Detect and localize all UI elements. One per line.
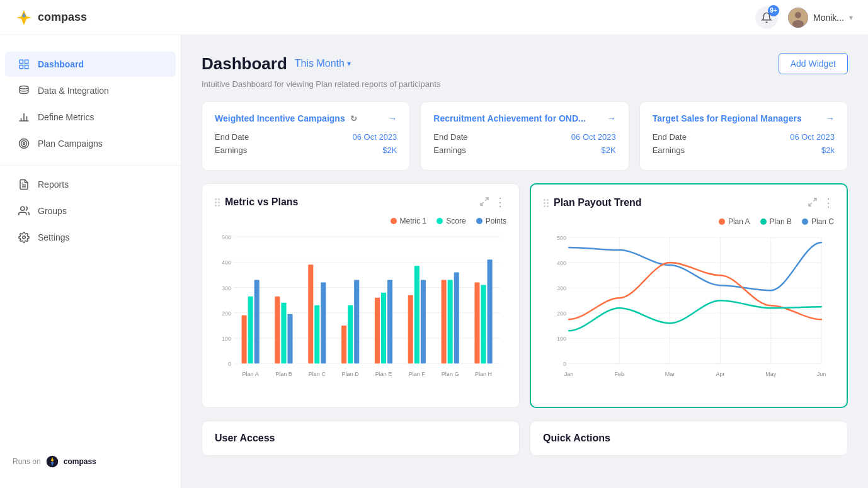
svg-text:Jan: Jan [564, 371, 574, 377]
campaign-end-date-2: End Date 06 Oct 2023 [653, 132, 835, 142]
campaign-card-1: Recruitment Achievement for OND... → End… [420, 101, 629, 171]
campaign-card-2: Target Sales for Regional Managers → End… [639, 101, 848, 171]
svg-text:0: 0 [563, 361, 566, 367]
svg-rect-42 [288, 314, 293, 364]
plan-payout-trend-header: Plan Payout Trend ⋮ [544, 196, 834, 210]
svg-rect-5 [20, 60, 23, 63]
user-access-title: User Access [215, 433, 506, 444]
sidebar-item-label: Plan Campaigns [38, 139, 103, 149]
sidebar-item-label: Data & Integration [38, 86, 109, 96]
compass-footer-icon [46, 455, 59, 468]
svg-text:Plan G: Plan G [442, 371, 459, 377]
line-chart: 5004003002001000JanFebMarAprMayJun [544, 231, 834, 395]
page-title: Dashboard [202, 54, 287, 74]
sidebar-item-dashboard[interactable]: Dashboard [5, 52, 176, 77]
campaign-card-0: Weighted Incentive Campaigns ↻ → End Dat… [202, 101, 410, 171]
svg-rect-37 [248, 297, 253, 364]
svg-text:100: 100 [222, 336, 231, 342]
svg-text:Mar: Mar [665, 371, 675, 377]
arrow-icon[interactable]: → [388, 113, 397, 123]
sidebar-item-label: Define Metrics [38, 112, 94, 122]
file-icon [18, 178, 30, 191]
svg-point-4 [792, 20, 804, 28]
more-icon[interactable]: ⋮ [823, 196, 834, 210]
sidebar-item-reports[interactable]: Reports [5, 172, 176, 197]
svg-text:Plan A: Plan A [243, 371, 260, 377]
user-menu-button[interactable]: Monik... ▾ [788, 8, 853, 28]
plan-payout-trend-actions: ⋮ [808, 196, 834, 210]
add-widget-button[interactable]: Add Widget [779, 53, 848, 74]
svg-text:100: 100 [557, 336, 566, 342]
svg-text:Plan B: Plan B [275, 371, 292, 377]
legend-plan-c: Plan C [802, 217, 834, 226]
svg-point-16 [23, 143, 25, 145]
svg-text:Plan D: Plan D [342, 371, 360, 377]
svg-rect-6 [25, 60, 28, 63]
chevron-down-icon: ▾ [347, 59, 351, 68]
avatar [788, 8, 808, 28]
expand-icon[interactable] [479, 196, 489, 208]
svg-text:Jun: Jun [817, 371, 826, 377]
metric-vs-plans-actions: ⋮ [479, 195, 506, 209]
drag-handle-icon [215, 198, 220, 207]
sidebar-item-label: Settings [38, 232, 70, 242]
metric-vs-plans-card: Metric vs Plans ⋮ Metric 1 [202, 183, 520, 408]
month-filter[interactable]: This Month ▾ [295, 58, 351, 69]
svg-rect-7 [20, 65, 23, 69]
notifications-button[interactable]: 9+ [755, 6, 778, 29]
svg-text:Plan H: Plan H [475, 371, 492, 377]
grid-icon [18, 58, 30, 71]
dashboard-title-row: Dashboard This Month ▾ [202, 54, 351, 74]
legend-metric1: Metric 1 [391, 217, 427, 225]
svg-text:400: 400 [222, 259, 231, 266]
app-body: Dashboard Data & Integration [0, 35, 868, 488]
svg-rect-58 [421, 280, 426, 364]
sidebar-item-groups[interactable]: Groups [5, 198, 176, 224]
svg-text:Plan E: Plan E [375, 371, 392, 377]
sidebar-item-settings[interactable]: Settings [5, 225, 176, 250]
svg-rect-36 [242, 315, 247, 363]
refresh-icon[interactable]: ↻ [350, 114, 357, 123]
sidebar-item-label: Reports [38, 179, 69, 190]
arrow-icon[interactable]: → [826, 113, 835, 123]
more-icon[interactable]: ⋮ [494, 195, 506, 209]
drag-handle-icon [544, 199, 549, 207]
svg-rect-66 [488, 259, 493, 363]
svg-point-19 [21, 207, 25, 210]
legend-dot-plan-c [802, 218, 808, 225]
user-name: Monik... [813, 13, 844, 23]
campaign-earnings-2: Earnings $2k [653, 145, 835, 155]
notification-badge: 9+ [768, 5, 779, 16]
main-content: Dashboard This Month ▾ Add Widget Intuit… [181, 35, 868, 488]
sidebar-primary-nav: Dashboard Data & Integration [0, 45, 181, 162]
campaign-card-title-0: Weighted Incentive Campaigns ↻ → [215, 113, 397, 123]
legend-plan-a: Plan A [719, 217, 750, 226]
metric-vs-plans-title: Metric vs Plans [225, 196, 299, 208]
campaign-end-date-0: End Date 06 Oct 2023 [215, 132, 397, 142]
svg-point-9 [20, 86, 28, 89]
sidebar-item-data-integration[interactable]: Data & Integration [5, 78, 176, 103]
svg-rect-41 [281, 303, 286, 364]
legend-dot-plan-b [760, 218, 767, 225]
svg-rect-61 [448, 280, 453, 364]
svg-rect-50 [354, 280, 359, 364]
sidebar-item-define-metrics[interactable]: Define Metrics [5, 105, 176, 130]
svg-text:Feb: Feb [615, 371, 625, 377]
dashboard-subtitle: Intuitive Dashboard for viewing Plan rel… [202, 79, 848, 89]
plan-payout-trend-card: Plan Payout Trend ⋮ Plan A [530, 183, 848, 408]
legend-dot-points [476, 218, 483, 224]
svg-rect-57 [414, 266, 420, 363]
logo-text: compass [38, 11, 87, 24]
arrow-icon[interactable]: → [607, 113, 616, 123]
svg-rect-46 [321, 283, 326, 364]
sidebar-item-label: Dashboard [38, 59, 84, 69]
sidebar: Dashboard Data & Integration [0, 35, 181, 488]
database-icon [18, 84, 30, 97]
sidebar-item-plan-campaigns[interactable]: Plan Campaigns [5, 131, 176, 156]
svg-rect-54 [387, 280, 392, 364]
chevron-down-icon: ▾ [849, 13, 853, 22]
campaign-cards-row: Weighted Incentive Campaigns ↻ → End Dat… [202, 101, 848, 171]
campaign-card-title-2: Target Sales for Regional Managers → [653, 113, 835, 123]
svg-rect-40 [275, 297, 280, 364]
expand-icon[interactable] [808, 197, 818, 209]
